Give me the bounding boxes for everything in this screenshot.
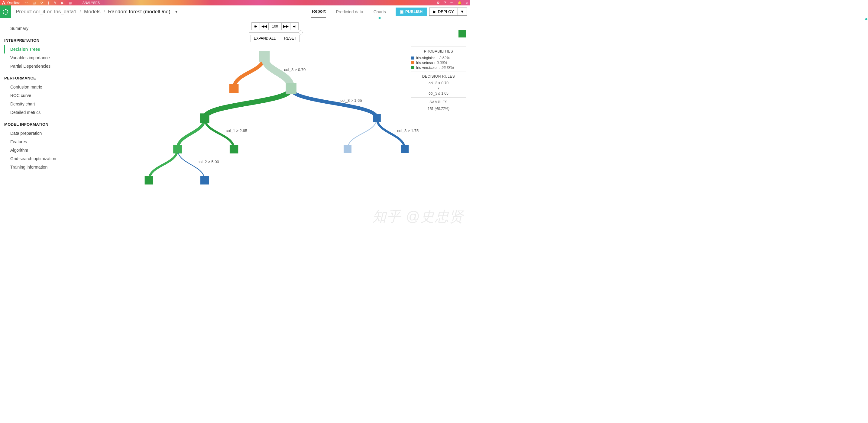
sidebar-partial-dependencies[interactable]: Partial Dependencies <box>4 62 80 70</box>
bell-icon[interactable]: 🔔 <box>458 1 462 5</box>
search-icon[interactable]: ⌕ <box>466 1 468 4</box>
tree-node[interactable] <box>230 145 238 153</box>
tree-node[interactable] <box>173 145 182 153</box>
brand-icon <box>2 1 5 4</box>
tab-charts[interactable]: Charts <box>373 5 386 18</box>
class-prob: 96.38% <box>441 66 454 70</box>
tree-edge <box>205 118 234 149</box>
deploy-dropdown[interactable]: ▼ <box>458 7 467 16</box>
prev-tree-button[interactable]: ◀◀ <box>260 22 268 30</box>
edge-label: col_3 > 1.75 <box>397 128 418 133</box>
analyses-label[interactable]: ANALYSES <box>83 1 100 5</box>
sidebar-training-info[interactable]: Training information <box>4 163 80 171</box>
tree-index-input[interactable] <box>268 22 282 30</box>
play-icon: ▶ <box>433 9 436 14</box>
page-header: Predict col_4 on Iris_data1 / Models / R… <box>0 5 470 18</box>
edit-icon[interactable]: ✎ <box>54 1 57 5</box>
tree-edge <box>291 89 377 118</box>
next-tree-button[interactable]: ▶▶ <box>282 22 290 30</box>
report-sidebar: Summary INTERPRETATION Decision Trees Va… <box>0 18 80 229</box>
sidebar-data-preparation[interactable]: Data preparation <box>4 129 80 137</box>
class-label: Iris-virginica : <box>416 56 438 60</box>
project-name: OneTest <box>7 1 20 4</box>
edge-label: col_3 > 1.65 <box>340 98 362 103</box>
tree-node[interactable] <box>286 83 296 94</box>
tree-node[interactable] <box>145 176 153 184</box>
samples-count: 151 <box>428 107 434 111</box>
sidebar-features[interactable]: Features <box>4 137 80 146</box>
sidebar-heading-performance: PERFORMANCE <box>4 70 80 83</box>
sidebar-grid-search[interactable]: Grid-search optimization <box>4 154 80 163</box>
tree-edge <box>178 118 205 149</box>
class-swatch <box>411 66 414 69</box>
tree-node[interactable] <box>259 51 270 62</box>
tree-edge <box>149 149 178 181</box>
tab-predicted-data[interactable]: Predicted data <box>335 5 364 18</box>
edge-label: col_3 > 0.70 <box>284 67 306 72</box>
sidebar-algorithm[interactable]: Algorithm <box>4 146 80 154</box>
flow-icon[interactable]: ⊶ <box>25 1 28 5</box>
breadcrumb-sep: / <box>80 9 81 15</box>
probability-row: Iris-versicolor : 96.38% <box>411 66 466 70</box>
edge-label: col_2 > 5.00 <box>198 160 219 164</box>
activity-icon[interactable]: 〰 <box>450 1 453 4</box>
probability-row: Iris-setosa : 0.00% <box>411 61 466 65</box>
reset-button[interactable]: RESET <box>281 35 300 42</box>
decision-rules-heading: DECISION RULES <box>411 72 466 78</box>
samples-heading: SAMPLES <box>411 97 466 104</box>
samples-percent: (40.77%) <box>435 107 450 111</box>
global-topbar: OneTest ⊶ ▤ ⟳ | ✎ ▶ ▦ ANALYSES ⚙ ? 〰 🔔 ⌕ <box>0 0 470 5</box>
play-icon[interactable]: ▶ <box>61 1 64 5</box>
breadcrumb-sep: / <box>104 9 105 15</box>
topbar-icon-row: ⊶ ▤ ⟳ | ✎ ▶ ▦ ANALYSES <box>25 1 100 5</box>
header-tabs: Report Predicted data Charts <box>311 5 386 18</box>
expand-all-button[interactable]: EXPAND ALL <box>251 35 279 42</box>
breadcrumb: Predict col_4 on Iris_data1 / Models / R… <box>16 9 178 15</box>
sidebar-confusion-matrix[interactable]: Confusion matrix <box>4 83 80 91</box>
analysis-logo[interactable] <box>0 5 11 18</box>
tree-edge <box>178 149 205 181</box>
recipe-icon[interactable]: ⟳ <box>40 1 43 5</box>
breadcrumb-current[interactable]: Random forest (modelOne) <box>108 9 170 15</box>
tree-node[interactable] <box>200 113 210 123</box>
watermark: 知乎 @史忠贤 <box>372 207 464 226</box>
sidebar-decision-trees[interactable]: Decision Trees <box>4 45 80 54</box>
arrow-down-icon: ▾ <box>411 86 466 90</box>
tree-slider[interactable] <box>249 32 301 33</box>
tab-report[interactable]: Report <box>311 5 326 18</box>
publish-button[interactable]: ▣ PUBLISH <box>396 7 427 16</box>
slider-thumb[interactable] <box>299 31 303 34</box>
tree-edge <box>347 118 377 149</box>
brand[interactable]: OneTest <box>2 1 20 4</box>
sidebar-density-chart[interactable]: Density chart <box>4 100 80 108</box>
tree-node[interactable] <box>401 145 409 153</box>
chevron-down-icon[interactable]: ▼ <box>175 10 178 14</box>
tree-node[interactable] <box>373 114 381 122</box>
sidebar-heading-interpretation: INTERPRETATION <box>4 33 80 45</box>
header-actions: ▣ PUBLISH ▶ DEPLOY ▼ <box>396 7 467 16</box>
cards-icon[interactable]: ▦ <box>69 1 72 5</box>
sidebar-detailed-metrics[interactable]: Detailed metrics <box>4 108 80 117</box>
tree-node[interactable] <box>344 145 351 153</box>
tree-edge <box>377 118 405 149</box>
breadcrumb-models[interactable]: Models <box>84 9 101 15</box>
gear-icon[interactable]: ⚙ <box>437 1 440 5</box>
first-tree-button[interactable]: ⏮ <box>251 22 260 30</box>
deploy-button[interactable]: ▶ DEPLOY <box>429 7 458 16</box>
breadcrumb-analysis[interactable]: Predict col_4 on Iris_data1 <box>16 9 76 15</box>
content: ⏮ ◀◀ ▶▶ ⏭ EXPAND ALL RESET col_3 > 0.70c… <box>80 18 470 229</box>
publish-icon: ▣ <box>400 9 403 14</box>
tree-pager: ⏮ ◀◀ ▶▶ ⏭ <box>251 22 299 30</box>
svg-point-0 <box>3 9 8 14</box>
sidebar-roc-curve[interactable]: ROC curve <box>4 91 80 100</box>
help-icon[interactable]: ? <box>444 1 446 4</box>
class-swatch <box>411 57 414 60</box>
sidebar-summary[interactable]: Summary <box>4 24 80 33</box>
last-tree-button[interactable]: ⏭ <box>290 22 299 30</box>
edge-label: col_1 > 2.65 <box>226 128 247 133</box>
tree-node[interactable] <box>200 176 209 184</box>
tree-node[interactable] <box>229 84 239 93</box>
sidebar-variables-importance[interactable]: Variables importance <box>4 54 80 62</box>
selected-node-swatch <box>459 30 466 37</box>
dataset-icon[interactable]: ▤ <box>33 1 36 5</box>
